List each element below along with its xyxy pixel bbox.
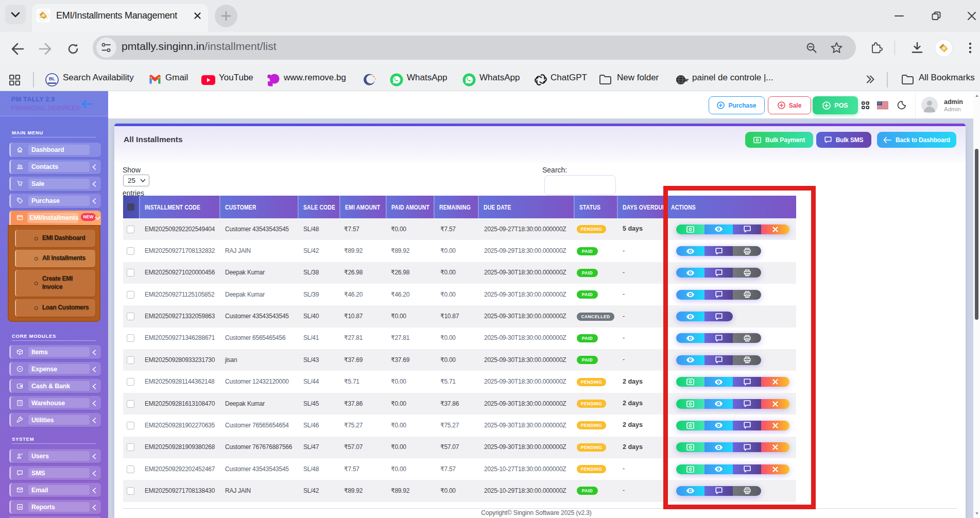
svg-text:BL: BL — [49, 76, 55, 81]
